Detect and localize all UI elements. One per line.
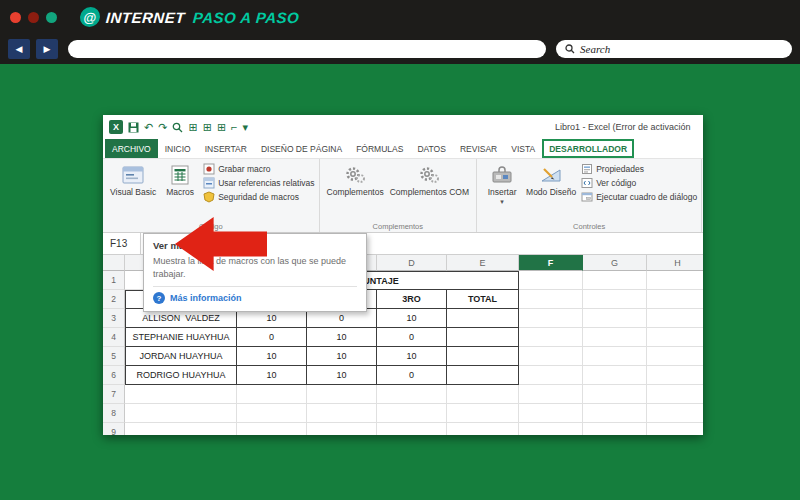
cell[interactable] [647, 423, 703, 435]
cell[interactable] [237, 423, 307, 435]
cell[interactable] [377, 404, 447, 423]
cell[interactable] [647, 404, 703, 423]
cell[interactable]: 0 [237, 328, 307, 347]
cell[interactable] [447, 347, 519, 366]
referencias-relativas-button[interactable]: Usar referencias relativas [203, 176, 314, 190]
qat-dropdown-icon[interactable]: ▾ [243, 122, 249, 133]
save-icon[interactable] [128, 122, 139, 133]
cell[interactable] [583, 423, 647, 435]
cell[interactable]: TOTAL [447, 290, 519, 309]
search-input[interactable]: Search [556, 40, 792, 58]
tab-vista[interactable]: VISTA [504, 139, 542, 158]
cell[interactable] [647, 366, 703, 385]
redo-icon[interactable]: ↷ [158, 122, 167, 133]
cell[interactable] [519, 385, 583, 404]
cell[interactable] [447, 309, 519, 328]
cell[interactable] [125, 404, 237, 423]
window-dot-darkred[interactable] [28, 12, 39, 23]
mas-informacion-link[interactable]: ? Más información [153, 292, 357, 304]
cell[interactable] [519, 366, 583, 385]
row-header-6[interactable]: 6 [103, 366, 125, 385]
cell[interactable] [237, 385, 307, 404]
cell[interactable] [519, 290, 583, 309]
cell[interactable] [647, 290, 703, 309]
row-header-4[interactable]: 4 [103, 328, 125, 347]
col-header-D[interactable]: D [377, 255, 447, 271]
propiedades-button[interactable]: Propiedades [581, 162, 697, 176]
ver-codigo-button[interactable]: Ver código [581, 176, 697, 190]
modo-diseno-button[interactable]: Modo Diseño [523, 162, 579, 199]
excel-app-icon[interactable]: X [109, 120, 123, 134]
seguridad-macros-button[interactable]: Seguridad de macros [203, 190, 314, 204]
tab-archivo[interactable]: ARCHIVO [105, 139, 158, 158]
window-dot-green[interactable] [46, 12, 57, 23]
grid-icon[interactable]: ⊞ [203, 122, 212, 133]
row-header-3[interactable]: 3 [103, 309, 125, 328]
cell[interactable] [583, 366, 647, 385]
tab-insertar[interactable]: INSERTAR [198, 139, 254, 158]
cell[interactable]: 10 [237, 347, 307, 366]
cell[interactable] [519, 423, 583, 435]
row-header-2[interactable]: 2 [103, 290, 125, 309]
cell[interactable]: RODRIGO HUAYHUA [125, 366, 237, 385]
cell[interactable] [583, 347, 647, 366]
grabar-macro-button[interactable]: Grabar macro [203, 162, 314, 176]
cell[interactable] [125, 423, 237, 435]
cell[interactable] [583, 271, 647, 290]
ejecutar-cuadro-dialogo-button[interactable]: Ejecutar cuadro de diálogo [581, 190, 697, 204]
complementos-button[interactable]: Complementos [324, 162, 387, 199]
cell[interactable] [647, 328, 703, 347]
grid-icon[interactable]: ⊞ [217, 122, 226, 133]
cell[interactable] [583, 385, 647, 404]
name-box[interactable]: F13 [103, 233, 141, 254]
cell[interactable]: 10 [307, 347, 377, 366]
cell[interactable] [519, 271, 583, 290]
tab-desarrollador[interactable]: DESARROLLADOR [542, 139, 634, 158]
window-dot-red[interactable] [10, 12, 21, 23]
undo-icon[interactable]: ↶ [144, 122, 153, 133]
cell[interactable] [647, 347, 703, 366]
corner-icon[interactable]: ⌐ [231, 122, 237, 133]
row-header-9[interactable]: 9 [103, 423, 125, 435]
cell[interactable] [583, 309, 647, 328]
cell[interactable] [447, 366, 519, 385]
cell[interactable] [583, 404, 647, 423]
cell[interactable]: 0 [377, 366, 447, 385]
cell[interactable] [307, 404, 377, 423]
complementos-com-button[interactable]: Complementos COM [387, 162, 472, 199]
cell[interactable]: 10 [307, 328, 377, 347]
col-header-G[interactable]: G [583, 255, 647, 271]
macros-button[interactable]: Macros [159, 162, 201, 199]
back-button[interactable]: ◀ [8, 39, 30, 59]
visual-basic-button[interactable]: Visual Basic [107, 162, 159, 199]
cell[interactable] [583, 290, 647, 309]
forward-button[interactable]: ▶ [36, 39, 58, 59]
cell[interactable] [307, 423, 377, 435]
cell[interactable] [519, 309, 583, 328]
tab-formulas[interactable]: FÓRMULAS [349, 139, 410, 158]
insertar-control-button[interactable]: Insertar ▾ [481, 162, 523, 206]
cell[interactable]: 10 [377, 309, 447, 328]
row-header-7[interactable]: 7 [103, 385, 125, 404]
col-header-E[interactable]: E [447, 255, 519, 271]
cell[interactable] [519, 404, 583, 423]
cell[interactable] [377, 385, 447, 404]
row-header-8[interactable]: 8 [103, 404, 125, 423]
cell[interactable] [583, 328, 647, 347]
cell[interactable] [307, 385, 377, 404]
tab-diseno-de-pagina[interactable]: DISEÑO DE PÁGINA [254, 139, 349, 158]
cell[interactable] [447, 328, 519, 347]
cell[interactable] [519, 328, 583, 347]
cell[interactable]: JORDAN HUAYHUA [125, 347, 237, 366]
select-all-corner[interactable] [103, 255, 125, 271]
cell[interactable]: 0 [377, 328, 447, 347]
cell[interactable]: 3RO [377, 290, 447, 309]
cell[interactable] [447, 385, 519, 404]
insertar-dropdown-icon[interactable]: ▾ [500, 198, 504, 205]
cell[interactable] [447, 404, 519, 423]
tab-revisar[interactable]: REVISAR [453, 139, 504, 158]
cell[interactable] [519, 347, 583, 366]
url-input[interactable] [68, 40, 546, 58]
cell[interactable] [447, 423, 519, 435]
cell[interactable] [125, 385, 237, 404]
